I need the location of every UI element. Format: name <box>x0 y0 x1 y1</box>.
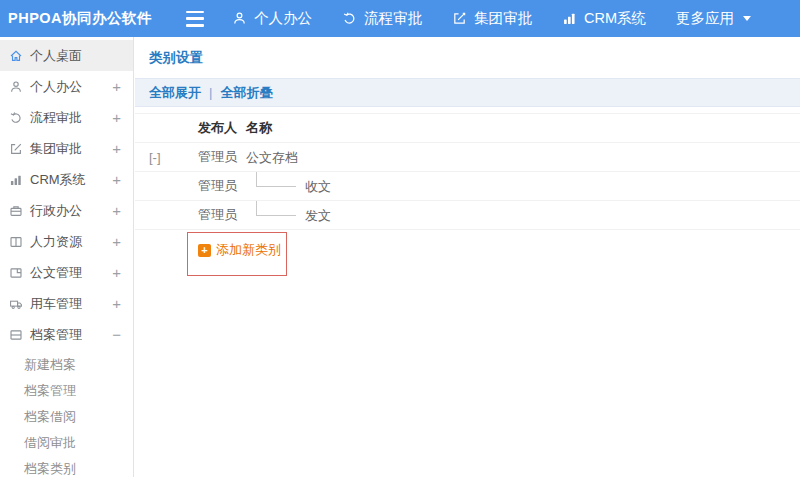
plus-icon: + <box>198 244 211 257</box>
sidebar-subitem-new-archive[interactable]: 新建档案 <box>0 352 133 378</box>
toolbar-separator: | <box>209 85 212 100</box>
category-name[interactable]: 公文存档 <box>246 143 298 172</box>
sidebar-item-label: 用车管理 <box>30 295 82 313</box>
sidebar-item-personal-desktop[interactable]: 个人桌面 <box>0 40 133 71</box>
person-icon <box>232 11 247 26</box>
topnav-personal-office[interactable]: 个人办公 <box>232 9 312 28</box>
home-icon <box>9 49 23 63</box>
expand-all-link[interactable]: 全部展开 <box>149 84 201 102</box>
topnav-label: 个人办公 <box>254 9 312 28</box>
truck-icon <box>9 297 23 311</box>
topbar: PHPOA协同办公软件 个人办公 流程审批 集团审批 CRM系统 <box>0 0 800 37</box>
expand-plus-icon[interactable]: + <box>112 265 121 280</box>
category-name[interactable]: 发文 <box>305 201 331 230</box>
tree-branch-line <box>256 172 296 187</box>
sidebar-submenu-archive: 新建档案 档案管理 档案借阅 借阅审批 档案类别 <box>0 350 133 477</box>
sidebar-item-label: CRM系统 <box>30 171 86 189</box>
sidebar-item-label: 个人桌面 <box>30 47 82 65</box>
sidebar-item-admin-office[interactable]: 行政办公 + <box>0 195 133 226</box>
briefcase-icon <box>9 204 23 218</box>
sidebar-item-label: 人力资源 <box>30 233 82 251</box>
sidebar-item-vehicle-management[interactable]: 用车管理 + <box>0 288 133 319</box>
expand-plus-icon[interactable]: + <box>112 110 121 125</box>
sidebar-item-label: 公文管理 <box>30 264 82 282</box>
topnav-label: CRM系统 <box>584 9 646 28</box>
sidebar-item-label: 流程审批 <box>30 109 82 127</box>
category-name[interactable]: 收文 <box>305 172 331 201</box>
topnav-process-approval[interactable]: 流程审批 <box>342 9 422 28</box>
table-row: 管理员 发文 <box>135 201 800 230</box>
expand-plus-icon[interactable]: + <box>112 141 121 156</box>
table-row: [-] 管理员 公文存档 <box>135 143 800 172</box>
tree-branch-line <box>256 201 296 216</box>
table-header-row: 发布人 名称 <box>135 113 800 143</box>
sidebar-item-crm-system[interactable]: CRM系统 + <box>0 164 133 195</box>
caret-down-icon <box>743 16 751 21</box>
bar-chart-icon <box>9 173 23 187</box>
sidebar-subitem-archive-borrow[interactable]: 档案借阅 <box>0 404 133 430</box>
tree-toolbar: 全部展开 | 全部折叠 <box>135 78 800 107</box>
name-column-header: 名称 <box>246 114 800 142</box>
topnav-label: 更多应用 <box>676 9 734 28</box>
sidebar-item-label: 档案管理 <box>30 326 82 344</box>
topnav-more-apps[interactable]: 更多应用 <box>676 9 751 28</box>
table-row: 管理员 收文 <box>135 172 800 201</box>
add-new-category-label: 添加新类别 <box>216 241 281 259</box>
archive-icon <box>9 328 23 342</box>
sidebar-subitem-borrow-approval[interactable]: 借阅审批 <box>0 430 133 456</box>
expand-plus-icon[interactable]: + <box>112 203 121 218</box>
topnav-label: 集团审批 <box>474 9 532 28</box>
topnav-crm-system[interactable]: CRM系统 <box>562 9 646 28</box>
sidebar-item-group-approval[interactable]: 集团审批 + <box>0 133 133 164</box>
topnav-group-approval[interactable]: 集团审批 <box>452 9 532 28</box>
sidebar-item-document-management[interactable]: 公文管理 + <box>0 257 133 288</box>
sidebar: 个人桌面 个人办公 + 流程审批 + 集团审批 + CRM系统 + 行政办公 + <box>0 37 134 477</box>
sidebar-item-label: 行政办公 <box>30 202 82 220</box>
publisher-cell: 管理员 <box>198 177 246 195</box>
main-content: 类别设置 全部展开 | 全部折叠 发布人 名称 [-] 管理员 公文存档 管理员… <box>135 37 800 477</box>
document-icon <box>9 266 23 280</box>
publisher-column-header: 发布人 <box>198 119 246 137</box>
sidebar-item-personal-office[interactable]: 个人办公 + <box>0 71 133 102</box>
expand-plus-icon[interactable]: + <box>112 172 121 187</box>
edit-icon <box>452 11 467 26</box>
collapse-all-link[interactable]: 全部折叠 <box>220 84 272 102</box>
bar-chart-icon <box>562 11 577 26</box>
category-table: 发布人 名称 [-] 管理员 公文存档 管理员 收文 管理员 发文 <box>135 113 800 230</box>
collapse-toggle[interactable]: [-] <box>149 150 198 165</box>
expand-plus-icon[interactable]: + <box>112 296 121 311</box>
app-logo: PHPOA协同办公软件 <box>0 9 178 28</box>
hamburger-icon[interactable] <box>186 11 206 27</box>
topnav-label: 流程审批 <box>364 9 422 28</box>
publisher-cell: 管理员 <box>198 148 246 166</box>
flow-icon <box>342 11 357 26</box>
flow-icon <box>9 111 23 125</box>
expand-plus-icon[interactable]: + <box>112 79 121 94</box>
sidebar-item-human-resources[interactable]: 人力资源 + <box>0 226 133 257</box>
publisher-cell: 管理员 <box>198 206 246 224</box>
sidebar-item-label: 集团审批 <box>30 140 82 158</box>
annotation-highlight-box: + 添加新类别 <box>187 232 287 276</box>
collapse-minus-icon[interactable]: − <box>112 327 121 342</box>
sidebar-subitem-archive-management[interactable]: 档案管理 <box>0 378 133 404</box>
sidebar-item-process-approval[interactable]: 流程审批 + <box>0 102 133 133</box>
add-new-category-button[interactable]: + 添加新类别 <box>198 241 281 259</box>
top-navigation: 个人办公 流程审批 集团审批 CRM系统 更多应用 <box>232 9 781 28</box>
sidebar-subitem-archive-category[interactable]: 档案类别 <box>0 456 133 477</box>
edit-icon <box>9 142 23 156</box>
expand-plus-icon[interactable]: + <box>112 234 121 249</box>
sidebar-item-archive-management[interactable]: 档案管理 − <box>0 319 133 350</box>
sidebar-item-label: 个人办公 <box>30 78 82 96</box>
person-icon <box>9 80 23 94</box>
book-icon <box>9 235 23 249</box>
page-title: 类别设置 <box>135 37 800 67</box>
